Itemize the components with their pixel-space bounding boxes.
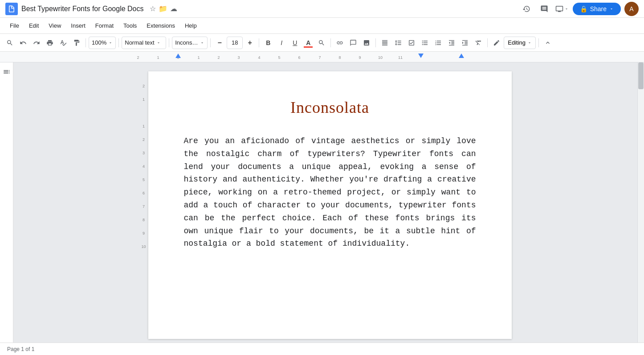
font-label: Incons… bbox=[175, 39, 198, 46]
scrollbar-thumb[interactable] bbox=[638, 62, 644, 89]
document-page[interactable]: Inconsolata Are you an aficionado of vin… bbox=[148, 71, 512, 339]
font-size-increase-button[interactable]: + bbox=[244, 37, 256, 49]
divider-4 bbox=[210, 38, 211, 47]
indent-increase-button[interactable] bbox=[459, 37, 471, 49]
svg-text:1: 1 bbox=[197, 55, 200, 60]
zoom-select[interactable]: 100% bbox=[89, 37, 116, 49]
svg-rect-0 bbox=[0, 52, 644, 62]
comments-button[interactable] bbox=[537, 2, 551, 16]
svg-text:7: 7 bbox=[318, 55, 321, 60]
menu-bar: File Edit View Insert Format Tools Exten… bbox=[0, 18, 644, 34]
svg-text:1: 1 bbox=[157, 55, 159, 60]
text-color-bar bbox=[304, 46, 313, 48]
divider-5 bbox=[259, 38, 259, 47]
document-area[interactable]: 2 1 1 2 3 4 5 6 7 8 9 10 Inconsolata Are… bbox=[13, 62, 637, 343]
cloud-icon[interactable]: ☁ bbox=[170, 4, 177, 13]
status-bar: Page 1 of 1 bbox=[0, 343, 644, 355]
menu-insert[interactable]: Insert bbox=[66, 21, 90, 31]
svg-text:10: 10 bbox=[378, 55, 383, 60]
right-scrollbar[interactable] bbox=[637, 62, 644, 343]
insert-link-button[interactable] bbox=[334, 37, 346, 49]
lock-icon: 🔒 bbox=[580, 5, 587, 12]
divider-3 bbox=[169, 38, 169, 47]
divider-2 bbox=[118, 38, 119, 47]
print-button[interactable] bbox=[44, 37, 56, 49]
svg-text:3: 3 bbox=[237, 55, 240, 60]
app-icon bbox=[5, 3, 18, 15]
underline-button[interactable]: U bbox=[289, 37, 301, 49]
menu-format[interactable]: Format bbox=[91, 21, 118, 31]
font-size-input[interactable] bbox=[227, 37, 243, 49]
document-body[interactable]: Are you an aficionado of vintage aesthet… bbox=[184, 135, 476, 250]
svg-text:8: 8 bbox=[338, 55, 341, 60]
pencil-icon[interactable] bbox=[490, 37, 503, 49]
header-right: 🔒 Share A bbox=[519, 2, 639, 16]
document-heading[interactable]: Inconsolata bbox=[184, 98, 476, 117]
bold-button[interactable]: B bbox=[262, 37, 274, 49]
star-icon[interactable]: ☆ bbox=[150, 4, 156, 13]
italic-button[interactable]: I bbox=[275, 37, 288, 49]
page-info: Page 1 of 1 bbox=[7, 346, 34, 352]
editing-mode-select[interactable]: Editing bbox=[504, 37, 536, 49]
menu-tools[interactable]: Tools bbox=[119, 21, 141, 31]
clear-format-button[interactable] bbox=[472, 37, 485, 49]
drive-icon[interactable]: 📁 bbox=[159, 4, 167, 13]
text-color-button[interactable]: A bbox=[302, 37, 314, 49]
search-button[interactable] bbox=[4, 37, 16, 49]
numbered-list-button[interactable] bbox=[432, 37, 444, 49]
line-spacing-button[interactable] bbox=[392, 37, 404, 49]
spellcheck-button[interactable] bbox=[57, 37, 69, 49]
title-icons: ☆ 📁 ☁ bbox=[150, 4, 177, 13]
divider-8 bbox=[487, 38, 488, 47]
left-vertical-ruler: 2 1 1 2 3 4 5 6 7 8 9 10 bbox=[139, 71, 148, 334]
divider-9 bbox=[538, 38, 539, 47]
svg-text:5: 5 bbox=[278, 55, 280, 60]
highlight-button[interactable] bbox=[315, 37, 328, 49]
style-select[interactable]: Normal text bbox=[122, 37, 166, 49]
insert-image-button[interactable] bbox=[360, 37, 373, 49]
history-button[interactable] bbox=[519, 2, 534, 16]
font-size-decrease-button[interactable]: − bbox=[213, 37, 226, 49]
menu-view[interactable]: View bbox=[44, 21, 65, 31]
font-size-group: − + bbox=[213, 37, 256, 49]
svg-text:9: 9 bbox=[359, 55, 361, 60]
bullet-list-button[interactable] bbox=[419, 37, 431, 49]
svg-text:2: 2 bbox=[137, 55, 139, 60]
menu-extensions[interactable]: Extensions bbox=[142, 21, 179, 31]
divider-1 bbox=[86, 38, 86, 47]
menu-edit[interactable]: Edit bbox=[24, 21, 43, 31]
divider-7 bbox=[375, 38, 376, 47]
toolbar: 100% Normal text Incons… − + B I U A bbox=[0, 34, 644, 52]
align-button[interactable] bbox=[379, 37, 391, 49]
style-label: Normal text bbox=[125, 39, 154, 46]
outline-icon[interactable] bbox=[1, 66, 12, 79]
ruler: 2 1 0 1 2 3 4 5 6 7 8 9 10 11 bbox=[0, 52, 644, 62]
undo-button[interactable] bbox=[17, 37, 29, 49]
paint-format-button[interactable] bbox=[70, 37, 83, 49]
svg-text:4: 4 bbox=[258, 55, 260, 60]
indent-decrease-button[interactable] bbox=[445, 37, 458, 49]
share-button[interactable]: 🔒 Share bbox=[573, 3, 621, 15]
redo-button[interactable] bbox=[30, 37, 43, 49]
menu-help[interactable]: Help bbox=[180, 21, 201, 31]
svg-text:2: 2 bbox=[217, 55, 220, 60]
font-select[interactable]: Incons… bbox=[172, 37, 208, 49]
svg-text:11: 11 bbox=[398, 55, 403, 60]
toolbar-expand-button[interactable] bbox=[542, 37, 554, 49]
insert-comment-button[interactable] bbox=[347, 37, 359, 49]
divider-6 bbox=[330, 38, 331, 47]
checklist-button[interactable] bbox=[405, 37, 418, 49]
editing-label: Editing bbox=[508, 39, 526, 46]
menu-file[interactable]: File bbox=[5, 21, 24, 31]
document-title[interactable]: Best Typewriter Fonts for Google Docs bbox=[21, 5, 143, 13]
user-avatar[interactable]: A bbox=[624, 2, 639, 16]
title-bar: Best Typewriter Fonts for Google Docs ☆ … bbox=[0, 0, 644, 18]
main-layout: 2 1 1 2 3 4 5 6 7 8 9 10 Inconsolata Are… bbox=[0, 62, 644, 343]
left-panel bbox=[0, 62, 13, 343]
present-button[interactable] bbox=[555, 2, 569, 16]
share-label: Share bbox=[590, 5, 607, 12]
svg-text:6: 6 bbox=[298, 55, 300, 60]
